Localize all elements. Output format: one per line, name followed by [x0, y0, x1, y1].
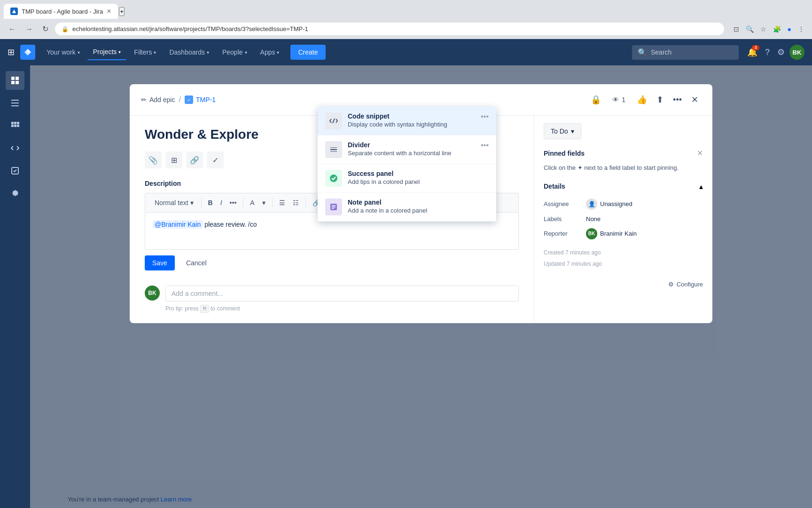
svg-rect-12: [17, 122, 19, 124]
search-input[interactable]: [651, 48, 733, 56]
labels-row: Labels None: [544, 215, 703, 222]
pinned-fields-close-button[interactable]: ✕: [697, 149, 703, 158]
sidebar-item-grid[interactable]: [6, 116, 24, 135]
modal-main: Wonder & Explore 📎 ⊞ 🔗 ✓ Description Nor…: [130, 116, 534, 323]
reload-button[interactable]: ↻: [39, 23, 51, 35]
search-icon: 🔍: [638, 48, 647, 57]
nav-item-projects[interactable]: Projects ▾: [87, 44, 127, 60]
menu-item-divider[interactable]: Divider Separate content with a horizont…: [318, 135, 496, 164]
settings-button[interactable]: ⚙: [774, 44, 788, 60]
nav-item-people[interactable]: People ▾: [217, 45, 253, 60]
help-button[interactable]: ?: [762, 45, 773, 60]
configure-button[interactable]: ⚙ Configure: [668, 281, 703, 288]
profile-button[interactable]: ●: [786, 24, 793, 35]
toolbar-divider: [305, 198, 306, 207]
close-modal-button[interactable]: ✕: [688, 92, 701, 108]
text-color-button[interactable]: A: [247, 197, 257, 208]
chevron-down-icon: ▾: [78, 50, 80, 55]
close-tab-button[interactable]: ✕: [107, 8, 111, 15]
bookmark-button[interactable]: ☆: [758, 24, 768, 35]
nav-item-your-work[interactable]: Your work ▾: [41, 45, 86, 60]
pinned-message: Click on the ✦ next to a field label to …: [544, 163, 703, 173]
cancel-button[interactable]: Cancel: [179, 255, 214, 270]
sidebar-item-tasks[interactable]: [6, 161, 24, 180]
issue-link[interactable]: ✓ TMP-1: [185, 95, 216, 104]
chevron-down-icon: ▾: [245, 50, 247, 55]
nav-item-apps[interactable]: Apps ▾: [255, 45, 285, 60]
success-panel-desc: Add tips in a colored panel: [348, 178, 489, 185]
save-button[interactable]: Save: [145, 255, 175, 270]
nav-item-dashboards[interactable]: Dashboards ▾: [164, 45, 215, 60]
bullet-list-button[interactable]: ☰: [276, 197, 288, 208]
italic-button[interactable]: I: [218, 197, 225, 208]
bold-button[interactable]: B: [205, 197, 216, 208]
nav-item-filters[interactable]: Filters ▾: [128, 45, 162, 60]
address-bar[interactable]: 🔒 echelontesting.atlassian.net/jira/soft…: [55, 23, 724, 35]
pinned-fields-header: Pinned fields ✕: [544, 149, 703, 158]
link-button[interactable]: 🔗: [186, 151, 203, 168]
eye-icon: 👁: [612, 96, 619, 103]
cast-button[interactable]: ⊡: [732, 24, 741, 35]
grid-icon[interactable]: ⊞: [8, 47, 15, 57]
child-issues-button[interactable]: ⊞: [165, 151, 182, 168]
notifications-button[interactable]: 🔔 4: [744, 44, 760, 60]
issue-modal: ✏ Add epic / ✓ TMP-1 🔒 👁 1 👍 ⬆ •••: [130, 84, 712, 323]
menu-button[interactable]: ⋮: [796, 24, 806, 35]
text-color-chevron[interactable]: ▾: [259, 197, 268, 208]
sidebar-item-code[interactable]: [6, 139, 24, 158]
watch-button[interactable]: 👁 1: [608, 93, 630, 106]
description-section: Description Normal text ▾ B I •••: [145, 180, 519, 270]
text-style-dropdown[interactable]: Normal text ▾: [151, 197, 197, 208]
chevron-down-icon: ▾: [571, 127, 574, 135]
divider-content: Divider Separate content with a horizont…: [348, 141, 475, 157]
sidebar-item-settings[interactable]: [6, 184, 24, 203]
ordered-list-button[interactable]: ☷: [290, 197, 302, 208]
code-snippet-more[interactable]: •••: [481, 116, 489, 121]
zoom-button[interactable]: 🔍: [744, 24, 756, 35]
code-snippet-title: Code snippet: [348, 116, 475, 120]
sidebar: [0, 65, 30, 508]
svg-line-17: [333, 119, 335, 123]
svg-point-21: [330, 175, 337, 182]
extension-button[interactable]: 🧩: [771, 24, 783, 35]
divider-more[interactable]: •••: [481, 141, 489, 150]
browser-nav: ← → ↻ 🔒 echelontesting.atlassian.net/jir…: [0, 19, 812, 39]
tab-favicon: [10, 8, 18, 15]
more-formatting-button[interactable]: •••: [227, 197, 240, 208]
more-actions-button[interactable]: •••: [670, 92, 685, 108]
back-button[interactable]: ←: [6, 23, 19, 35]
menu-item-note-panel[interactable]: Note panel Add a note in a colored panel: [318, 193, 496, 222]
new-tab-button[interactable]: +: [119, 7, 125, 16]
svg-marker-2: [28, 49, 31, 52]
reporter-avatar: BK: [586, 228, 597, 239]
sidebar-item-board[interactable]: [6, 71, 24, 90]
thumbs-up-button[interactable]: 👍: [634, 92, 650, 108]
labels-label: Labels: [544, 215, 586, 222]
lock-action-button[interactable]: 🔒: [588, 92, 604, 108]
comment-input[interactable]: Add a comment...: [165, 286, 519, 302]
breadcrumb-separator: /: [179, 95, 180, 104]
svg-rect-11: [14, 122, 16, 124]
note-panel-content: Note panel Add a note in a colored panel: [348, 198, 489, 214]
menu-item-success-panel[interactable]: Success panel Add tips in a colored pane…: [318, 164, 496, 193]
attach-button[interactable]: 📎: [145, 151, 162, 168]
jira-logo[interactable]: [20, 45, 35, 60]
forward-button[interactable]: →: [23, 23, 36, 35]
user-avatar[interactable]: BK: [789, 45, 804, 60]
success-panel-content: Success panel Add tips in a colored pane…: [348, 170, 489, 185]
note-panel-icon: [325, 198, 342, 215]
menu-item-code-snippet[interactable]: Code snippet Display code with syntax hi…: [318, 116, 496, 135]
create-button[interactable]: Create: [290, 45, 325, 60]
labels-value: None: [586, 215, 601, 222]
details-header[interactable]: Details ▴: [544, 182, 703, 191]
browser-tab[interactable]: TMP board - Agile board - Jira ✕: [4, 4, 118, 19]
sidebar-item-list[interactable]: [6, 94, 24, 112]
checklist-button[interactable]: ✓: [207, 151, 224, 168]
share-button[interactable]: ⬆: [654, 92, 666, 108]
comment-section: BK Add a comment...: [145, 286, 519, 302]
add-epic-button[interactable]: ✏ Add epic: [141, 96, 175, 103]
commenter-avatar: BK: [145, 286, 160, 301]
status-button[interactable]: To Do ▾: [544, 123, 581, 139]
svg-marker-0: [12, 9, 16, 13]
nav-search[interactable]: 🔍: [632, 45, 739, 60]
